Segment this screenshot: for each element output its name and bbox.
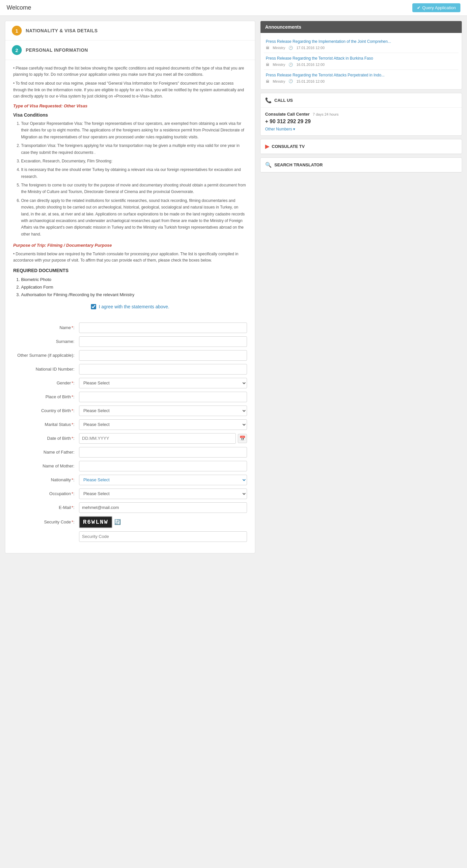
right-panel: Announcements Press Release Regarding th… <box>260 21 462 173</box>
call-center-line: Consulate Call Center 7 days 24 hours <box>265 112 457 117</box>
visa-type-line: Type of Visa Requested: Other Visas <box>13 103 247 108</box>
step1-number: 1 <box>12 26 22 36</box>
header-title: Welcome <box>7 4 31 11</box>
security-code-input[interactable] <box>79 531 247 542</box>
docs-info-text: • Documents listed below are required by… <box>13 251 247 264</box>
place-of-birth-label: Place of Birth*: <box>13 394 79 399</box>
gender-select[interactable]: Please Select Male Female <box>79 378 247 389</box>
gender-label: Gender*: <box>13 380 79 385</box>
building-icon-1: 🏛 <box>266 46 270 50</box>
agree-row: I agree with the statements above. <box>13 304 247 309</box>
place-of-birth-input[interactable] <box>79 392 247 402</box>
other-numbers-link[interactable]: Other Numbers ▾ <box>265 127 295 131</box>
date-of-birth-row: Date of Birth*: 📅 <box>13 433 247 444</box>
building-icon-2: 🏛 <box>266 63 270 66</box>
content-area: • Please carefully read through the list… <box>5 60 255 322</box>
announce-date-1: 17.01.2016 12:00 <box>297 46 325 50</box>
clock-icon-1: 🕐 <box>288 46 293 50</box>
other-surname-label: Other Surname (if applicable): <box>13 353 79 358</box>
purpose-line: Purpose of Trip: Filming / Documentary P… <box>13 243 247 248</box>
page-wrapper: Welcome ✔ Query Application 1 NATIONALIT… <box>0 0 467 558</box>
visa-conditions-heading: Visa Conditions <box>13 112 247 118</box>
req-doc-2: Application Form <box>21 283 247 291</box>
purpose-value: Filming / Documentary Purpose <box>48 243 112 248</box>
mother-name-label: Name of Mother: <box>13 463 79 468</box>
condition-5: The foreigners to come to our country fo… <box>21 182 247 195</box>
surname-row: Surname: <box>13 336 247 347</box>
announce-title-1[interactable]: Press Release Regarding the Implementati… <box>266 39 457 44</box>
step2-title: PERSONAL INFORMATION <box>26 48 88 53</box>
call-center-label: Consulate Call Center <box>265 112 310 117</box>
tv-icon: ▶ <box>265 143 269 150</box>
father-name-input[interactable] <box>79 447 247 458</box>
consulate-tv-header[interactable]: ▶ CONSULATE TV <box>260 140 462 154</box>
clock-icon-3: 🕐 <box>288 79 293 83</box>
announce-date-3: 15.01.2016 12:00 <box>297 80 325 83</box>
occupation-select[interactable]: Please Select <box>79 489 247 499</box>
phone-icon: 📞 <box>265 97 272 103</box>
call-hours: 7 days 24 hours <box>313 112 339 116</box>
search-translator-header[interactable]: 🔍 SEARCH TRANSLATOR <box>260 158 462 172</box>
announcements-list: Press Release Regarding the Implementati… <box>260 33 462 89</box>
req-doc-1: Biometric Photo <box>21 276 247 283</box>
date-of-birth-label: Date of Birth*: <box>13 436 79 441</box>
required-docs-list: Biometric Photo Application Form Authori… <box>13 276 247 299</box>
required-docs-heading: REQUIRED DOCUMENTS <box>13 268 247 273</box>
announce-source-3: Ministry <box>273 80 285 83</box>
search-translator-label: SEARCH TRANSLATOR <box>274 162 323 167</box>
req-doc-3: Authorisation for Filming /Recording by … <box>21 291 247 299</box>
call-us-box: 📞 CALL US Consulate Call Center 7 days 2… <box>260 93 462 136</box>
announcements-header: Announcements <box>260 21 462 33</box>
call-number: + 90 312 292 29 29 <box>265 119 457 125</box>
marital-status-select[interactable]: Please Select Single Married Divorced Wi… <box>79 419 247 430</box>
other-surname-row: Other Surname (if applicable): <box>13 350 247 361</box>
condition-4: It is necessary that the one should ente… <box>21 166 247 180</box>
mother-name-input[interactable] <box>79 461 247 471</box>
date-of-birth-input[interactable] <box>79 433 236 444</box>
nationality-select[interactable]: Please Select <box>79 475 247 485</box>
announce-item-2: Press Release Regarding the Terrorist At… <box>264 53 459 70</box>
query-application-button[interactable]: ✔ Query Application <box>412 3 460 12</box>
captcha-refresh-button[interactable]: 🔄 <box>114 519 121 525</box>
main-layout: 1 NATIONALITY & VISA DETAILS 2 PERSONAL … <box>0 16 467 558</box>
surname-input[interactable] <box>79 336 247 347</box>
step2-number: 2 <box>12 45 22 55</box>
announce-title-3[interactable]: Press Release Regarding the Terrorist At… <box>266 72 457 78</box>
call-us-header: 📞 CALL US <box>260 93 462 108</box>
left-panel: 1 NATIONALITY & VISA DETAILS 2 PERSONAL … <box>5 21 255 553</box>
email-label: E-Mail*: <box>13 505 79 510</box>
calendar-icon[interactable]: 📅 <box>238 434 247 443</box>
email-input[interactable] <box>79 502 247 513</box>
country-of-birth-row: Country of Birth*: Please Select <box>13 405 247 416</box>
call-us-label: CALL US <box>274 98 293 103</box>
father-name-label: Name of Father: <box>13 450 79 455</box>
country-of-birth-label: Country of Birth*: <box>13 408 79 413</box>
name-row: Name*: <box>13 322 247 333</box>
nationality-row: Nationality*: Please Select <box>13 475 247 485</box>
security-code-label: Security Code*: <box>13 520 79 524</box>
visa-type-value: Other Visas <box>64 103 88 108</box>
occupation-row: Occupation*: Please Select <box>13 489 247 499</box>
announce-title-2[interactable]: Press Release Regarding the Terrorist At… <box>266 56 457 61</box>
security-code-row: Security Code*: R6WLNW 🔄 <box>13 516 247 528</box>
condition-3: Excavation, Research, Documentary, Film … <box>21 158 247 164</box>
name-label: Name*: <box>13 325 79 330</box>
security-code-input-row <box>13 531 247 542</box>
clock-icon-2: 🕐 <box>288 63 293 67</box>
step2-header: 2 PERSONAL INFORMATION <box>5 40 255 60</box>
marital-status-row: Marital Status*: Please Select Single Ma… <box>13 419 247 430</box>
country-of-birth-select[interactable]: Please Select <box>79 405 247 416</box>
nationality-label: Nationality*: <box>13 477 79 482</box>
other-surname-input[interactable] <box>79 350 247 361</box>
captcha-image: R6WLNW <box>79 516 112 528</box>
step1-header: 1 NATIONALITY & VISA DETAILS <box>5 21 255 40</box>
place-of-birth-row: Place of Birth*: <box>13 392 247 402</box>
condition-6: One can directly apply to the related in… <box>21 197 247 238</box>
check-icon: ✔ <box>417 5 421 10</box>
name-input[interactable] <box>79 322 247 333</box>
agree-checkbox[interactable] <box>91 304 96 309</box>
surname-label: Surname: <box>13 339 79 344</box>
announce-meta-1: 🏛 Ministry 🕐 17.01.2016 12:00 <box>266 46 457 50</box>
header: Welcome ✔ Query Application <box>0 0 467 16</box>
national-id-input[interactable] <box>79 364 247 375</box>
